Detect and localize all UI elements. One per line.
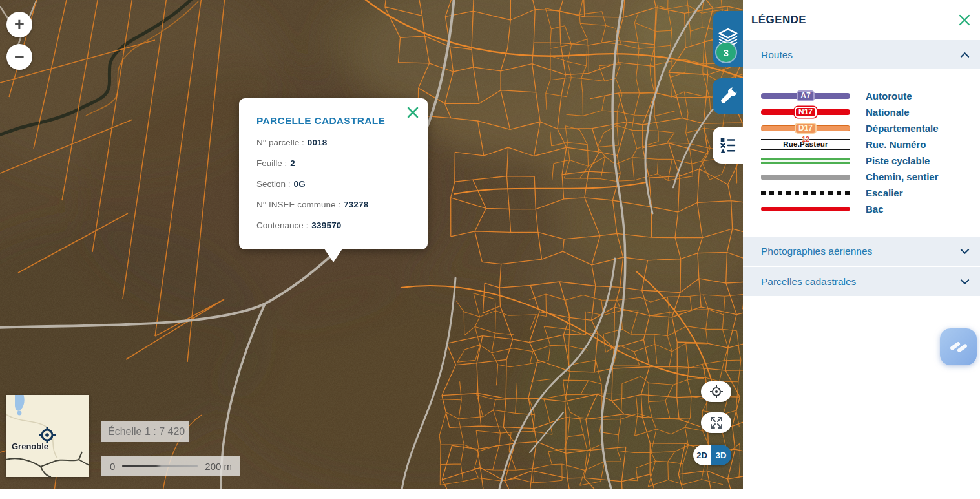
zoom-out-button[interactable]: − [6, 44, 32, 70]
fullscreen-button[interactable] [701, 412, 731, 433]
chevron-up-icon [960, 52, 970, 58]
minimap-place-label: Grenoble [12, 441, 48, 451]
legend-title: LÉGENDE [751, 14, 806, 27]
legend-button[interactable] [713, 127, 743, 164]
nationale-line-swatch: N17 [761, 109, 850, 115]
popup-close-button[interactable] [406, 106, 419, 119]
legend-item-rue-numero: Rue.Pasteur Rue. Numéro [743, 136, 980, 153]
autoroute-line-swatch: A7 [761, 93, 850, 99]
scalebar: 0 200 m [101, 456, 240, 476]
chevron-down-icon [960, 279, 970, 285]
scalebar-start: 0 [110, 461, 115, 472]
popup-field-parcelle: N° parcelle :0018 [256, 138, 412, 147]
popup-field-feuille: Feuille :2 [256, 158, 412, 168]
target-icon [709, 384, 724, 399]
legend-item-piste-cyclable: Piste cyclable [743, 153, 980, 169]
wrench-icon [716, 84, 740, 109]
section-photographies-aeriennes[interactable]: Photographies aériennes [743, 237, 980, 266]
legend-item-autoroute: A7 Autoroute [743, 88, 980, 104]
scale-ratio: Échelle 1 : 7 420 [101, 421, 189, 442]
section-routes[interactable]: Routes [743, 40, 980, 69]
legend-panel: LÉGENDE Routes A7 Autoroute N17 N [743, 0, 980, 499]
departementale-line-swatch: D17 12 [761, 125, 850, 131]
legend-item-nationale: N17 Nationale [743, 104, 980, 120]
map-viewport[interactable]: + − PARCELLE CADASTRALE N° parcelle :001… [0, 0, 743, 489]
minus-icon: − [14, 48, 25, 66]
close-icon [406, 106, 419, 119]
plus-icon: + [14, 16, 25, 34]
minimap-canvas [6, 395, 89, 477]
bac-line-swatch [761, 207, 850, 211]
chevron-down-icon [960, 248, 970, 255]
tools-button[interactable] [713, 78, 743, 114]
overview-minimap[interactable]: Grenoble [6, 395, 89, 477]
piste-line-swatch [761, 158, 850, 164]
layers-count-badge: 3 [716, 43, 736, 62]
escalier-line-swatch [761, 191, 850, 195]
scalebar-line [122, 465, 198, 467]
legend-close-icon[interactable] [958, 14, 971, 27]
legend-item-departementale: D17 12 Départementale [743, 120, 980, 136]
legend-item-escalier: Escalier [743, 185, 980, 201]
view-2d-option[interactable]: 2D [693, 445, 711, 465]
legend-panel-header: LÉGENDE [743, 0, 980, 40]
section-parcelles-cadastrales[interactable]: Parcelles cadastrales [743, 267, 980, 296]
legend-item-bac: Bac [743, 201, 980, 217]
scalebar-end: 200 m [205, 461, 232, 472]
popup-field-insee: N° INSEE commune :73278 [256, 200, 412, 209]
view-dimension-toggle[interactable]: 2D 3D [693, 445, 731, 465]
parcel-popup: PARCELLE CADASTRALE N° parcelle :0018 Fe… [239, 98, 428, 250]
support-widget-button[interactable] [940, 328, 977, 365]
fullscreen-icon [709, 415, 724, 430]
geolocate-button[interactable] [701, 381, 731, 402]
popup-field-contenance: Contenance :339570 [256, 220, 412, 230]
view-3d-option[interactable]: 3D [711, 445, 731, 465]
popup-pointer [324, 249, 342, 262]
geoportail-app: + − PARCELLE CADASTRALE N° parcelle :001… [0, 0, 980, 499]
popup-title: PARCELLE CADASTRALE [256, 115, 412, 127]
chemin-line-swatch [761, 175, 850, 180]
legend-list-icon [716, 134, 740, 157]
legend-item-chemin: Chemin, sentier [743, 169, 980, 185]
routes-legend-content: A7 Autoroute N17 Nationale D17 12 Départ… [743, 70, 980, 237]
zoom-in-button[interactable]: + [6, 12, 32, 37]
widget-logo-icon [949, 337, 968, 357]
popup-field-section: Section :0G [256, 179, 412, 189]
